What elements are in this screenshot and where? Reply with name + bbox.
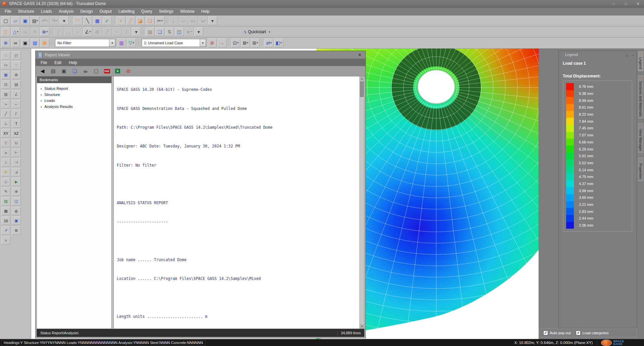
group-overflow-button[interactable]: ▾ — [208, 16, 217, 25]
plate-check-button[interactable]: ◫ — [175, 27, 184, 36]
separator[interactable]: ⋮ — [50, 39, 53, 47]
report-menu-item[interactable]: Help — [65, 60, 81, 65]
snap-tool-button[interactable]: ⊗▾ — [40, 27, 49, 36]
lt-cols-button[interactable]: ▥ — [1, 90, 10, 99]
group-overflow-button[interactable]: ▾ — [194, 27, 203, 36]
checkbox-check-icon[interactable]: ✓ — [576, 331, 581, 335]
lt-load-arrow-button[interactable]: ▽ — [1, 139, 10, 147]
filter-pages-button[interactable]: ▥ — [117, 39, 126, 47]
lt-hatch-button[interactable]: ▩ — [1, 207, 10, 215]
moving-loads-button[interactable]: → — [217, 39, 227, 47]
text-view-button[interactable]: ▢ — [91, 67, 101, 75]
copy-report-button[interactable]: ❏ — [70, 67, 80, 75]
dock-tab[interactable]: ≡ Sections and Materials — [637, 74, 644, 119]
lt-plane-xy-button[interactable]: XY — [1, 129, 10, 137]
separator[interactable]: ⋮ — [142, 27, 145, 36]
mirror-tool-button[interactable]: ↘▾ — [198, 16, 207, 25]
hammer-tool-button[interactable]: ★▾ — [185, 27, 194, 36]
scroll-up-icon[interactable]: ▲ — [360, 76, 364, 81]
lt-target-button[interactable]: ⊕ — [12, 187, 21, 196]
back-button[interactable]: ◀ — [38, 67, 47, 75]
scale-tool-button[interactable]: ⇅ — [165, 27, 174, 36]
lt-angle-button[interactable]: ∠ — [12, 90, 21, 99]
filter-funnel-button[interactable]: ▽▾ — [127, 39, 136, 47]
print-button[interactable]: ▤▾ — [31, 16, 40, 25]
open-file-button[interactable]: ▱ — [11, 16, 20, 25]
draw-arc-button[interactable]: ◡ — [64, 27, 73, 36]
lt-vector-button[interactable]: ⇗ — [1, 226, 10, 235]
checkbox[interactable]: ✓ Load categories — [576, 331, 608, 335]
lt-triangle-button[interactable]: ⊿ — [12, 168, 21, 176]
close-icon[interactable]: ✕ — [356, 52, 363, 57]
lt-right-restraint-button[interactable]: ⊣ — [12, 158, 21, 167]
lt-crossbox-button[interactable]: ⊠ — [12, 226, 21, 235]
menu-item[interactable]: Analysis — [55, 8, 77, 15]
wand-undo-button[interactable]: ◠ — [73, 16, 83, 25]
menu-item[interactable]: Settings — [156, 8, 177, 15]
extrude-tool-button[interactable]: ▭ — [189, 16, 198, 25]
axes-display-button[interactable]: ◧▾ — [274, 39, 283, 47]
scrollbar-thumb[interactable] — [360, 81, 364, 97]
report-menu-item[interactable]: Edit — [51, 60, 65, 65]
pdf-export-button[interactable]: PDF — [102, 67, 112, 75]
filter-combobox[interactable]: No Filter ▼ — [55, 39, 115, 47]
checkbox-check-icon[interactable]: ✓ — [543, 331, 548, 335]
chevron-down-icon[interactable]: ▼ — [200, 39, 206, 47]
menu-item[interactable]: Help — [198, 8, 213, 15]
report-menu-item[interactable]: File — [37, 60, 51, 65]
menu-item[interactable]: Design — [77, 8, 96, 15]
separator[interactable]: ⋮ — [112, 16, 116, 25]
separator[interactable]: ⋮ — [165, 16, 168, 25]
report-viewer-titlebar[interactable]: Report Viewer ✕ — [36, 51, 365, 59]
menu-item[interactable]: Output — [96, 8, 115, 15]
checkbox[interactable]: ✓ Auto pop out — [543, 331, 571, 335]
wand-button[interactable]: ╲ — [83, 16, 92, 25]
close-button[interactable]: ✕ — [632, 0, 644, 7]
lt-shade-button[interactable]: ▨ — [1, 197, 10, 206]
group-overflow-button[interactable]: ▾ — [132, 27, 141, 36]
scissors-button[interactable]: ✂▾ — [155, 16, 164, 25]
lt-support-button[interactable]: ⊔ — [12, 139, 21, 147]
bookmark-item[interactable]: Loads — [37, 98, 111, 104]
shrink-grid-button[interactable]: ⊞ — [40, 39, 49, 47]
clipboard-button[interactable]: ❏ — [155, 27, 164, 36]
lt-left-restraint-button[interactable]: ⊢ — [12, 149, 21, 157]
separator[interactable]: ⋮ — [50, 27, 53, 36]
dock-tab[interactable]: ≡ View Manager — [637, 122, 644, 154]
stop-button[interactable]: ⊘ — [123, 67, 133, 75]
print-report-button[interactable]: ▤ — [48, 67, 58, 75]
cone-view-button[interactable]: △▾ — [11, 27, 20, 36]
lt-envelope-button[interactable]: ✉ — [1, 168, 10, 176]
lt-perp-button[interactable]: ⊥ — [1, 119, 10, 128]
lt-gamma-button[interactable]: Γ — [12, 110, 21, 118]
bookmark-item[interactable]: Structure — [37, 92, 111, 98]
find-button[interactable]: ∞ — [11, 39, 20, 47]
separator[interactable]: ⋮ — [227, 39, 231, 47]
lt-pencil-button[interactable]: ✎ — [1, 187, 10, 196]
lt-play-button[interactable]: ▶ — [12, 178, 21, 186]
member-display-button[interactable]: ⊠▾ — [241, 39, 250, 47]
lt-text-button[interactable]: T — [12, 119, 21, 128]
node-display-button[interactable]: ⊡▾ — [231, 39, 240, 47]
lt-ten-button[interactable]: 10 — [1, 217, 10, 225]
flatten-tool-button[interactable]: — — [179, 16, 188, 25]
lt-split-button[interactable]: ◫ — [12, 197, 21, 206]
snapshot-camera-button[interactable]: ▣ — [21, 39, 30, 47]
grid-snap-button[interactable]: ⊞ — [93, 27, 102, 36]
menu-item[interactable]: Loads — [38, 8, 55, 15]
delete-tool-button[interactable]: ✕ — [31, 27, 40, 36]
menu-item[interactable]: Query — [138, 8, 156, 15]
viewport-button[interactable]: ▤ — [31, 39, 40, 47]
quickstart-button[interactable]: ϟ Quickstart ▾ — [244, 30, 270, 35]
load-case-combobox[interactable]: 1: Unnamed Load Case ▼ — [142, 39, 206, 47]
node-tool-button[interactable]: + — [116, 16, 126, 25]
bookmark-item[interactable]: Analysis Results — [37, 104, 111, 110]
move-tool-button[interactable]: ↓ — [169, 16, 178, 25]
plate-display-button[interactable]: ⊞▾ — [251, 39, 260, 47]
lt-filled-button[interactable]: ▣ — [12, 217, 21, 225]
lt-plane-xz-button[interactable]: XZ — [12, 129, 21, 137]
measure-button[interactable]: ∠▾ — [83, 27, 92, 36]
lt-corner-button[interactable]: ⌐ — [12, 100, 21, 108]
save-file-button[interactable]: ▣ — [21, 16, 30, 25]
lt-rows-button[interactable]: ▤ — [12, 80, 21, 89]
